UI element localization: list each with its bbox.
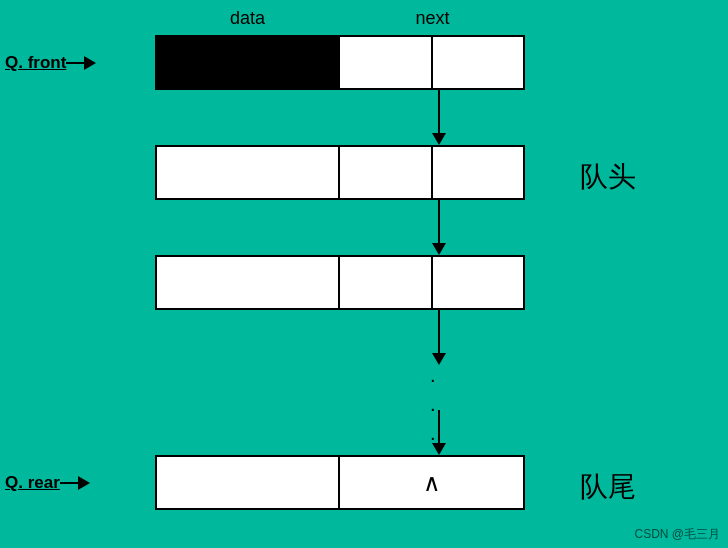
queue-tail-label: 队尾 <box>580 468 636 506</box>
front-arrowhead <box>84 56 96 70</box>
header-next-label: next <box>340 8 525 29</box>
vert-arrow-1-2 <box>432 90 446 145</box>
node-1-next <box>340 37 523 88</box>
tick-2 <box>431 147 433 198</box>
vert-line-1-2 <box>438 90 440 133</box>
front-arrow-line <box>66 56 96 70</box>
arrowhead-1-2 <box>432 133 446 145</box>
arrowhead-dots-4 <box>432 443 446 455</box>
node-2-data <box>157 147 340 198</box>
queue-head-label: 队头 <box>580 158 636 196</box>
node-4-data <box>157 457 340 508</box>
arrowhead-2-3 <box>432 243 446 255</box>
vert-line-dots-4 <box>438 410 440 443</box>
front-label: Q. front <box>5 53 66 73</box>
tick-1 <box>431 37 433 88</box>
dot-1: · <box>430 368 436 391</box>
vert-arrow-dots-4 <box>432 410 446 455</box>
rear-horiz-line <box>60 482 78 484</box>
node-2 <box>155 145 525 200</box>
header-labels: data next <box>155 8 525 29</box>
rear-arrowhead <box>78 476 90 490</box>
node-4-next: ∧ <box>340 457 523 508</box>
rear-arrow: Q. rear <box>5 473 90 493</box>
watermark: CSDN @毛三月 <box>634 526 720 543</box>
node-3-next <box>340 257 523 308</box>
arrowhead-3-dots <box>432 353 446 365</box>
node-1 <box>155 35 525 90</box>
rear-arrow-line <box>60 476 90 490</box>
diagram-container: data next ∧ Q. front <box>0 0 728 548</box>
node-1-data <box>157 37 340 88</box>
front-arrow: Q. front <box>5 53 96 73</box>
node-3-data <box>157 257 340 308</box>
front-horiz-line <box>66 62 84 64</box>
vert-arrow-3-dots <box>432 310 446 365</box>
rear-label: Q. rear <box>5 473 60 493</box>
node-2-next <box>340 147 523 198</box>
vert-line-2-3 <box>438 200 440 243</box>
tick-3 <box>431 257 433 308</box>
vert-arrow-2-3 <box>432 200 446 255</box>
null-symbol: ∧ <box>340 457 523 508</box>
node-3 <box>155 255 525 310</box>
header-data-label: data <box>155 8 340 29</box>
vert-line-3-dots <box>438 310 440 353</box>
node-4-rear: ∧ <box>155 455 525 510</box>
